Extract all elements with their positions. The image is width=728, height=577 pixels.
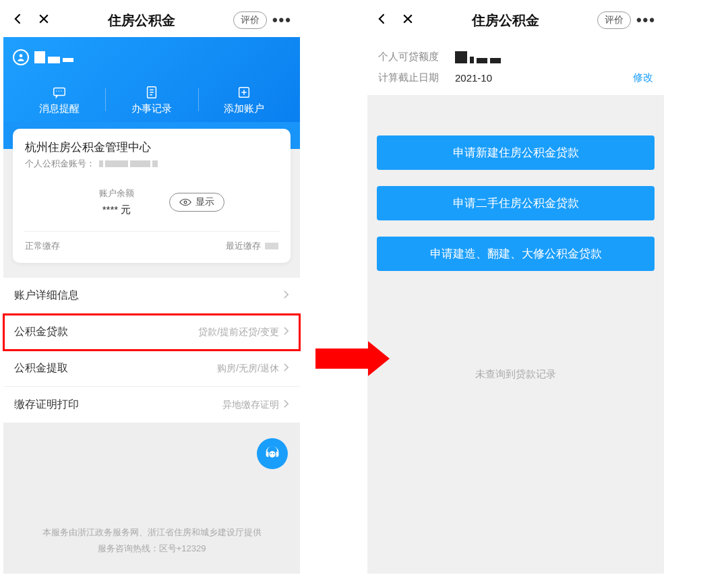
- left-screen: 住房公积金 评价 ••• 消息提醒: [3, 3, 300, 574]
- svg-point-15: [269, 451, 275, 457]
- footer-line1: 本服务由浙江政务服务网、浙江省住房和城乡建设厅提供: [42, 524, 262, 540]
- apply-new-loan-button[interactable]: 申请新建住房公积金贷款: [377, 135, 655, 170]
- quota-value-redacted: [455, 51, 501, 63]
- page-title: 住房公积金: [415, 11, 597, 30]
- action-records[interactable]: 办事记录: [105, 78, 198, 122]
- show-label: 显示: [195, 196, 214, 208]
- review-button[interactable]: 评价: [597, 11, 631, 29]
- menu-loan[interactable]: 公积金贷款 贷款/提前还贷/变更: [3, 314, 300, 351]
- menu-withdraw[interactable]: 公积金提取 购房/无房/退休: [3, 351, 300, 387]
- menu-hint: 异地缴存证明: [222, 399, 279, 411]
- footer: 本服务由浙江政务服务网、浙江省住房和城乡建设厅提供 服务咨询热线：区号+1232…: [3, 423, 300, 574]
- chevron-right-icon: [283, 290, 289, 302]
- account-card: 杭州住房公积金管理中心 个人公积金账号： 账户余额 **** 元: [13, 129, 291, 263]
- menu-label: 缴存证明打印: [14, 398, 79, 412]
- header: 住房公积金 评价 •••: [367, 3, 664, 37]
- recent-value-redacted: [265, 243, 278, 249]
- recent-label: 最近缴存: [226, 240, 261, 252]
- svg-rect-3: [53, 88, 65, 95]
- action-add-account[interactable]: 添加账户: [198, 78, 291, 122]
- account-no-redacted: [99, 160, 158, 167]
- right-screen: 住房公积金 评价 ••• 个人可贷额度 计算截止日期 2021-10 修改: [367, 3, 664, 574]
- action-label: 办事记录: [131, 102, 172, 115]
- more-icon[interactable]: •••: [272, 11, 292, 29]
- menu-hint: 购房/无房/退休: [217, 363, 279, 375]
- apply-build-loan-button[interactable]: 申请建造、翻建、大修公积金贷款: [377, 237, 655, 271]
- header: 住房公积金 评价 •••: [3, 3, 300, 37]
- support-icon[interactable]: [257, 438, 288, 469]
- svg-point-16: [270, 453, 272, 454]
- loan-summary: 个人可贷额度 计算截止日期 2021-10 修改: [367, 37, 664, 95]
- deadline-value: 2021-10: [455, 72, 492, 84]
- arrow-annotation: [315, 341, 390, 376]
- back-icon[interactable]: [375, 12, 389, 29]
- close-icon[interactable]: [401, 12, 415, 29]
- show-balance-button[interactable]: 显示: [169, 193, 224, 212]
- footer-line2: 服务咨询热线：区号+12329: [42, 541, 262, 556]
- quota-label: 个人可贷额度: [378, 51, 446, 63]
- page-title: 住房公积金: [51, 11, 233, 30]
- back-icon[interactable]: [11, 12, 25, 29]
- action-label: 添加账户: [224, 102, 264, 115]
- menu-label: 公积金贷款: [14, 325, 68, 339]
- menu-list: 账户详细信息 公积金贷款 贷款/提前还贷/变更 公积金提取 购房/无房/退休: [3, 278, 300, 423]
- action-messages[interactable]: 消息提醒: [13, 78, 105, 122]
- review-button[interactable]: 评价: [233, 11, 267, 29]
- empty-state: 未查询到贷款记录: [367, 301, 664, 381]
- menu-label: 公积金提取: [14, 361, 68, 375]
- avatar-icon: [13, 49, 29, 65]
- card-title: 杭州住房公积金管理中心: [25, 140, 278, 155]
- svg-point-2: [20, 54, 23, 57]
- more-icon[interactable]: •••: [636, 11, 656, 29]
- balance-label: 账户余额: [99, 187, 134, 200]
- modify-link[interactable]: 修改: [633, 71, 653, 84]
- menu-hint: 贷款/提前还贷/变更: [198, 326, 279, 338]
- chevron-right-icon: [283, 326, 289, 338]
- apply-secondhand-loan-button[interactable]: 申请二手住房公积金贷款: [377, 186, 655, 220]
- balance-value: **** 元: [99, 204, 134, 216]
- status: 正常缴存: [25, 240, 60, 252]
- deadline-label: 计算截止日期: [378, 71, 446, 84]
- user-name-redacted: [34, 51, 73, 63]
- account-no-label: 个人公积金账号：: [25, 158, 95, 170]
- svg-point-17: [273, 453, 274, 454]
- menu-label: 账户详细信息: [14, 288, 79, 303]
- menu-cert-print[interactable]: 缴存证明打印 异地缴存证明: [3, 387, 300, 423]
- action-label: 消息提醒: [39, 102, 80, 115]
- chevron-right-icon: [283, 399, 289, 411]
- chevron-right-icon: [283, 363, 289, 375]
- close-icon[interactable]: [37, 12, 51, 29]
- user-banner: 消息提醒 办事记录 添加账户: [3, 37, 300, 122]
- svg-point-14: [184, 201, 187, 204]
- menu-account-detail[interactable]: 账户详细信息: [3, 278, 300, 314]
- eye-icon: [179, 198, 191, 207]
